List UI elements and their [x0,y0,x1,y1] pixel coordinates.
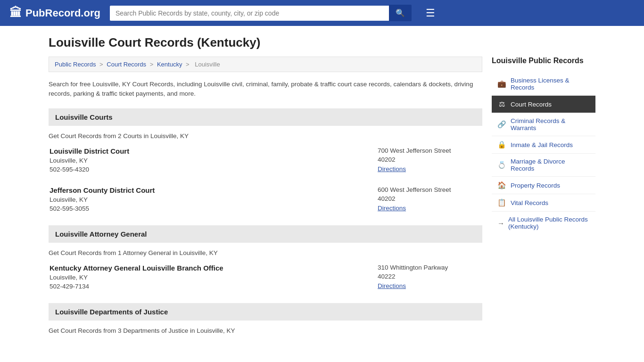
sidebar-items: 💼Business Licenses & Records⚖Court Recor… [492,73,595,234]
record-name: Jefferson County District Court [50,186,378,194]
page-title: Louisville Court Records (Kentucky) [49,35,595,50]
record-zip: 40222 [378,273,481,280]
sections-container: Louisville CourtsGet Court Records from … [49,108,482,334]
sidebar-item-property[interactable]: 🏠Property Records [492,177,595,194]
record-phone: 502-595-3055 [50,205,378,212]
sidebar-item-label: All Louisville Public Records (Kentucky) [508,216,590,230]
arrow-right-icon: → [497,219,504,227]
business-icon: 💼 [497,80,506,88]
sidebar-item-marriage[interactable]: 💍Marriage & Divorce Records [492,154,595,177]
sidebar-item-label: Property Records [511,182,560,189]
record-zip: 40202 [378,195,481,202]
sidebar-item-label: Court Records [511,101,552,108]
site-header: 🏛 PubRecord.org 🔍 ☰ [0,0,644,26]
logo-icon: 🏛 [9,6,22,20]
record-entry: Kentucky Attorney General Louisville Bra… [49,264,482,290]
record-address: 700 West Jefferson Street [378,147,481,154]
sidebar-item-court[interactable]: ⚖Court Records [492,96,595,113]
section-courts: Louisville CourtsGet Court Records from … [49,108,482,212]
sidebar-item-inmate[interactable]: 🔒Inmate & Jail Records [492,136,595,154]
vital-icon: 📋 [497,198,506,207]
record-name: Louisville District Court [50,147,378,155]
directions-link[interactable]: Directions [378,205,406,212]
record-city: Louisville, KY [50,157,378,164]
sidebar-item-criminal[interactable]: 🔗Criminal Records & Warrants [492,113,595,136]
sidebar-item-business[interactable]: 💼Business Licenses & Records [492,73,595,96]
criminal-icon: 🔗 [497,120,506,129]
logo[interactable]: 🏛 PubRecord.org [9,6,100,20]
sidebar-item-label: Criminal Records & Warrants [511,117,590,132]
section-header-courts: Louisville Courts [49,108,482,126]
section-header-justice: Louisville Departments of Justice [49,303,482,321]
record-entry: Jefferson County District CourtLouisvill… [49,186,482,212]
section-header-attorney-general: Louisville Attorney General [49,225,482,243]
section-attorney-general: Louisville Attorney GeneralGet Court Rec… [49,225,482,290]
search-input[interactable] [110,6,389,21]
marriage-icon: 💍 [497,161,506,169]
section-justice: Louisville Departments of JusticeGet Cou… [49,303,482,334]
property-icon: 🏠 [497,181,506,189]
sidebar-item-label: Inmate & Jail Records [511,141,573,148]
court-icon: ⚖ [497,100,506,108]
inmate-icon: 🔒 [497,140,506,149]
breadcrumb-court-records[interactable]: Court Records [107,61,146,68]
directions-link[interactable]: Directions [378,282,406,289]
search-button[interactable]: 🔍 [389,5,412,21]
logo-text: PubRecord.org [25,7,100,19]
breadcrumb-kentucky[interactable]: Kentucky [157,61,182,68]
sidebar-item-all[interactable]: →All Louisville Public Records (Kentucky… [492,212,595,234]
sidebar-item-label: Vital Records [511,199,548,206]
directions-link[interactable]: Directions [378,165,406,173]
record-name: Kentucky Attorney General Louisville Bra… [50,264,378,272]
main-content: Public Records > Court Records > Kentuck… [49,57,482,342]
sidebar-title: Louisville Public Records [492,57,595,68]
record-city: Louisville, KY [50,196,378,203]
menu-button[interactable]: ☰ [426,7,435,19]
record-zip: 40202 [378,156,481,163]
record-phone: 502-595-4320 [50,166,378,173]
breadcrumb: Public Records > Court Records > Kentuck… [49,57,482,72]
sidebar-item-vital[interactable]: 📋Vital Records [492,194,595,212]
record-address: 600 West Jefferson Street [378,186,481,193]
breadcrumb-louisville: Louisville [195,61,220,68]
record-city: Louisville, KY [50,274,378,281]
page-description: Search for free Louisville, KY Court Rec… [49,80,482,99]
search-area: 🔍 [110,5,412,21]
breadcrumb-public-records[interactable]: Public Records [55,61,96,68]
main-wrapper: Louisville Court Records (Kentucky) Publ… [39,26,605,351]
content-layout: Public Records > Court Records > Kentuck… [49,57,595,342]
sidebar-item-label: Business Licenses & Records [511,77,590,91]
record-phone: 502-429-7134 [50,283,378,290]
record-address: 310 Whittington Parkway [378,264,481,271]
sidebar: Louisville Public Records 💼Business Lice… [492,57,595,234]
record-entry: Louisville District CourtLouisville, KY5… [49,147,482,173]
section-desc-attorney-general: Get Court Records from 1 Attorney Genera… [49,249,482,256]
section-desc-justice: Get Court Records from 3 Departments of … [49,327,482,334]
section-desc-courts: Get Court Records from 2 Courts in Louis… [49,132,482,140]
sidebar-item-label: Marriage & Divorce Records [511,158,590,172]
